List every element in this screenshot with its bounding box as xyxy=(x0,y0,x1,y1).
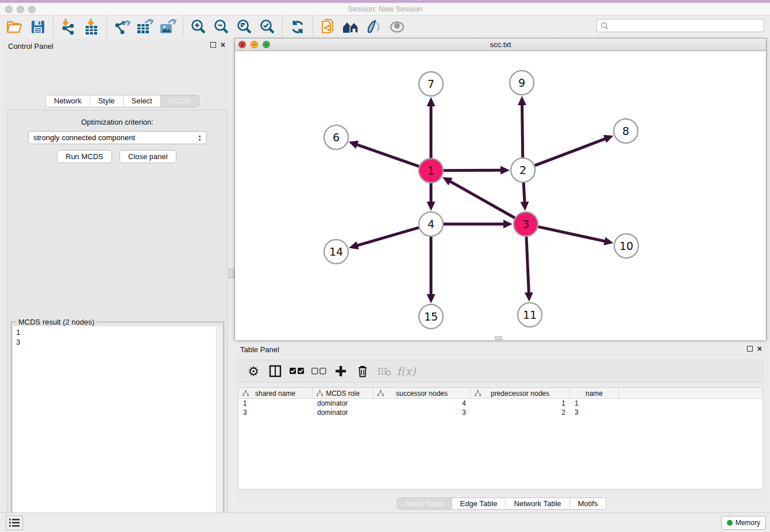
graph-node-1[interactable]: 1 xyxy=(419,159,443,183)
graph-node-6[interactable]: 6 xyxy=(324,125,348,149)
column-header-successor-nodes[interactable]: successor nodes xyxy=(374,388,471,399)
zoom-fit-button[interactable] xyxy=(233,17,256,37)
function-icon: f(x) xyxy=(397,365,416,377)
tab-node-table[interactable]: Node Table xyxy=(398,498,452,509)
graph-edge-2-9[interactable] xyxy=(522,104,522,157)
network-close-button[interactable]: x xyxy=(238,41,246,48)
network-canvas[interactable]: 7968124314101511 xyxy=(235,51,766,340)
window-title: Session: New Session xyxy=(0,3,770,15)
graph-node-4[interactable]: 4 xyxy=(419,212,443,236)
toolbar-separator xyxy=(106,17,107,37)
refresh-view-button[interactable] xyxy=(286,17,309,37)
tab-network[interactable]: Network xyxy=(46,95,90,107)
delete-column-button[interactable] xyxy=(353,362,372,380)
graph-edge-3-11[interactable] xyxy=(526,237,529,294)
zoom-in-button[interactable] xyxy=(187,17,210,37)
column-label: successor nodes xyxy=(396,390,448,398)
graph-edge-4-14[interactable] xyxy=(357,228,419,246)
mcds-result-scrollbar[interactable] xyxy=(216,326,222,532)
close-window-button[interactable] xyxy=(5,6,13,13)
column-label: MCDS role xyxy=(326,390,360,398)
copy-network-button[interactable] xyxy=(317,17,340,37)
table-settings-button[interactable]: ⚙ xyxy=(244,362,263,380)
run-mcds-button[interactable]: Run MCDS xyxy=(57,150,112,163)
import-network-button[interactable] xyxy=(57,17,80,37)
deselect-all-button[interactable] xyxy=(310,362,328,380)
open-folder-icon xyxy=(6,20,24,34)
export-network-button[interactable] xyxy=(110,17,133,37)
save-session-button[interactable] xyxy=(26,17,49,37)
split-columns-button[interactable] xyxy=(266,362,284,380)
tab-network-table[interactable]: Network Table xyxy=(506,498,569,509)
open-session-button[interactable] xyxy=(3,17,26,37)
graph-edge-3-1[interactable] xyxy=(449,181,515,218)
delete-table-button[interactable] xyxy=(375,362,394,380)
add-column-button[interactable] xyxy=(332,362,350,380)
graph-node-3[interactable]: 3 xyxy=(514,212,538,236)
first-neighbors-button[interactable] xyxy=(340,17,363,37)
graph-node-11[interactable]: 11 xyxy=(518,303,542,327)
zoom-out-button[interactable] xyxy=(210,17,233,37)
svg-text:15: 15 xyxy=(424,310,438,323)
svg-text:6: 6 xyxy=(333,131,340,144)
control-panel: Control Panel × NetworkStyleSelectMCDS O… xyxy=(2,39,230,507)
graph-edge-1-2[interactable] xyxy=(444,170,502,171)
column-header-name[interactable]: name xyxy=(570,388,619,399)
graph-node-15[interactable]: 15 xyxy=(419,304,443,329)
refresh-icon xyxy=(290,20,305,34)
column-label: predecessor nodes xyxy=(491,390,549,398)
tab-select[interactable]: Select xyxy=(124,95,161,107)
export-image-button[interactable] xyxy=(156,17,179,37)
graph-node-7[interactable]: 7 xyxy=(419,72,443,96)
criterion-select[interactable]: strongly connected component ▲▼ xyxy=(28,131,207,144)
hide-selected-button[interactable] xyxy=(386,17,409,37)
column-header-predecessor-nodes[interactable]: predecessor nodes xyxy=(471,388,570,399)
table-panel-tabs: Node TableEdge TableNetwork TableMotifs xyxy=(397,498,606,510)
graph-edge-2-8[interactable] xyxy=(535,138,606,165)
network-window-titlebar[interactable]: x – + scc.txt xyxy=(235,38,766,51)
zoom-selected-button[interactable] xyxy=(256,17,279,37)
export-table-button[interactable] xyxy=(133,17,156,37)
search-box[interactable] xyxy=(596,19,764,32)
splitter-grip[interactable] xyxy=(229,269,234,279)
network-zoom-button[interactable]: + xyxy=(263,41,270,48)
zoom-window-button[interactable] xyxy=(28,6,36,13)
memory-button[interactable]: Memory xyxy=(721,516,766,530)
zoom-in-icon xyxy=(190,19,206,35)
apply-function-button[interactable]: f(x) xyxy=(397,362,415,380)
mcds-result-text[interactable]: 13 xyxy=(13,326,216,532)
task-history-button[interactable] xyxy=(6,515,23,530)
list-icon xyxy=(9,519,20,527)
float-table-panel-icon[interactable] xyxy=(747,346,753,352)
graph-node-10[interactable]: 10 xyxy=(614,234,638,258)
import-table-button[interactable] xyxy=(80,17,103,37)
tab-motifs[interactable]: Motifs xyxy=(570,498,606,509)
table-row[interactable]: 3dominator323 xyxy=(238,408,763,417)
search-input[interactable] xyxy=(609,20,764,31)
column-header-shared-name[interactable]: shared name xyxy=(238,388,313,399)
column-header-MCDS-role[interactable]: MCDS role xyxy=(313,388,374,399)
float-panel-icon[interactable] xyxy=(210,42,216,48)
tab-edge-table[interactable]: Edge Table xyxy=(452,498,506,509)
minimize-window-button[interactable] xyxy=(17,6,24,13)
save-icon xyxy=(30,20,45,34)
graph-node-14[interactable]: 14 xyxy=(324,240,348,264)
network-resize-grip[interactable] xyxy=(495,336,502,340)
graph-node-2[interactable]: 2 xyxy=(511,158,535,182)
mcds-result-title: MCDS result (2 nodes) xyxy=(16,318,97,326)
show-hide-style-button[interactable] xyxy=(363,17,386,37)
table-row[interactable]: 1dominator411 xyxy=(238,399,763,408)
tab-style[interactable]: Style xyxy=(90,95,124,107)
close-table-panel-icon[interactable]: × xyxy=(757,346,762,352)
graph-edge-1-6[interactable] xyxy=(356,144,419,166)
close-panel-icon[interactable]: × xyxy=(221,42,225,48)
gear-icon: ⚙ xyxy=(248,364,259,379)
select-all-button[interactable] xyxy=(288,362,306,380)
graph-node-9[interactable]: 9 xyxy=(510,71,534,95)
close-panel-button[interactable]: Close panel xyxy=(120,150,176,163)
network-minimize-button[interactable]: – xyxy=(251,41,258,48)
tab-mcds[interactable]: MCDS xyxy=(161,95,199,107)
graph-edge-2-3[interactable] xyxy=(523,183,525,203)
graph-edge-3-10[interactable] xyxy=(538,227,605,241)
graph-node-8[interactable]: 8 xyxy=(614,119,638,143)
